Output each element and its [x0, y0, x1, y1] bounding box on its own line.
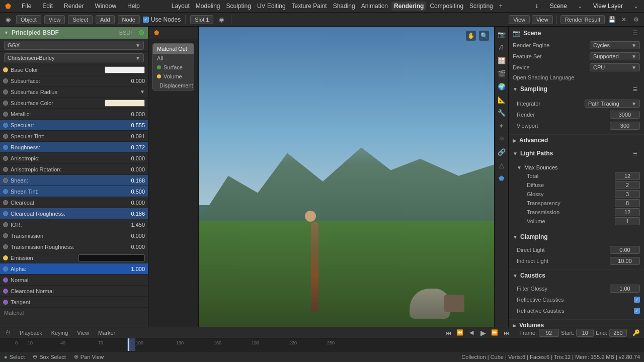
reflective-caustics-checkbox[interactable]: ✓	[634, 297, 640, 303]
prop-specular[interactable]: Specular: 0.555	[0, 120, 148, 131]
bounce-glossy-input[interactable]	[615, 190, 640, 198]
direct-light-input[interactable]	[610, 246, 640, 254]
render-samples-input[interactable]	[610, 111, 640, 119]
anisotropic-rotation-socket[interactable]	[3, 167, 8, 172]
bounce-volume-input[interactable]	[615, 217, 640, 225]
add-menu-btn[interactable]: Add	[96, 15, 115, 24]
distribution-dropdown-icon[interactable]: ▼	[135, 43, 140, 48]
subsurface-radius-dropdown-icon[interactable]: ▼	[140, 89, 145, 95]
emission-socket[interactable]	[3, 255, 8, 260]
normal-socket[interactable]	[3, 278, 8, 283]
workspace-animation[interactable]: Animation	[359, 2, 390, 11]
workspace-shading[interactable]: Shading	[331, 2, 358, 11]
light-paths-header[interactable]: ▼ Light Paths ☰	[509, 146, 644, 160]
play-icon[interactable]: ▶	[478, 328, 488, 338]
menu-render[interactable]: Render	[61, 2, 86, 11]
world-properties-icon[interactable]: 🌍	[496, 81, 507, 92]
node-menu-btn[interactable]: Node	[118, 15, 140, 24]
prop-clearcoat-roughness[interactable]: Clearcoat Roughness: 0.186	[0, 208, 148, 219]
select-menu-btn[interactable]: Select	[68, 15, 93, 24]
scene-properties-icon[interactable]: 🎬	[496, 68, 507, 79]
object-mode-btn[interactable]: Object	[16, 15, 41, 24]
feature-set-select[interactable]: Supported ▼	[590, 52, 640, 60]
prop-roughness[interactable]: Roughness: 0.372	[0, 142, 148, 153]
indirect-light-input[interactable]	[610, 257, 640, 265]
render-settings-icon[interactable]: ⚙	[631, 15, 641, 25]
advanced-section-header[interactable]: ▶ Advanced	[509, 135, 644, 146]
render-result-btn[interactable]: Render Result	[560, 15, 605, 24]
node-editor-icon[interactable]: ⬟	[151, 28, 162, 38]
clearcoat-normal-socket[interactable]	[3, 289, 8, 294]
subsurface-value[interactable]: 0.000	[120, 78, 145, 84]
workspace-sculpting[interactable]: Sculpting	[224, 2, 254, 11]
prop-sheen[interactable]: Sheen: 0.168	[0, 175, 148, 186]
subsurface-color-swatch[interactable]	[105, 100, 145, 107]
metallic-socket[interactable]	[3, 112, 8, 117]
node-type-icon[interactable]: ◉	[3, 15, 13, 25]
current-frame-input[interactable]	[539, 329, 559, 337]
modifier-properties-icon[interactable]: 🔧	[496, 107, 507, 118]
constraints-properties-icon[interactable]: 🔗	[496, 146, 507, 157]
render-engine-select[interactable]: Cycles ▼	[590, 41, 640, 49]
material-browse-icon[interactable]: ◉	[216, 15, 226, 25]
render-properties-icon[interactable]: 📷	[496, 29, 507, 40]
transmission-roughness-socket[interactable]	[3, 244, 8, 249]
device-select[interactable]: CPU ▼	[590, 63, 640, 71]
roughness-socket[interactable]	[3, 145, 8, 150]
object-data-properties-icon[interactable]: △	[496, 159, 507, 170]
timeline-playback-menu[interactable]: Playback	[17, 329, 45, 337]
bounce-total-input[interactable]	[615, 172, 640, 180]
ior-value[interactable]: 1.450	[120, 222, 145, 228]
viewport-hand-icon[interactable]: ✋	[466, 31, 476, 41]
subsurface-method-dropdown-icon[interactable]: ▼	[135, 55, 140, 61]
bounce-diffuse-input[interactable]	[615, 181, 640, 189]
goto-start-icon[interactable]: ⏮	[443, 328, 453, 338]
menu-help[interactable]: Help	[125, 2, 142, 11]
sampling-options-icon[interactable]: ☰	[630, 84, 640, 94]
view-layer-properties-icon[interactable]: 🪟	[496, 55, 507, 66]
viewport-samples-input[interactable]	[610, 122, 640, 130]
workspace-scripting[interactable]: Scripting	[467, 2, 496, 11]
prop-alpha[interactable]: Alpha: 1.000	[0, 263, 148, 275]
filter-glossy-input[interactable]	[610, 285, 640, 293]
transmission-socket[interactable]	[3, 233, 8, 238]
workspace-add[interactable]: +	[497, 2, 505, 11]
clearcoat-value[interactable]: 0.000	[120, 200, 145, 206]
refractive-caustics-checkbox[interactable]: ✓	[634, 308, 640, 314]
physics-properties-icon[interactable]: ⚛	[496, 133, 507, 144]
view-menu-btn[interactable]: View	[44, 15, 65, 24]
transmission-roughness-value[interactable]: 0.000	[120, 244, 145, 250]
menu-window[interactable]: Window	[92, 2, 119, 11]
clamping-header[interactable]: ▼ Clamping	[509, 231, 644, 242]
sheen-tint-socket[interactable]	[3, 189, 8, 194]
specular-tint-value[interactable]: 0.091	[120, 133, 145, 139]
subsurface-color-socket[interactable]	[3, 101, 8, 106]
transmission-value[interactable]: 0.000	[120, 233, 145, 239]
blender-logo-icon[interactable]: ⬟	[3, 1, 13, 11]
metallic-value[interactable]: 0.000	[120, 111, 145, 117]
slot-btn[interactable]: Slot 1	[190, 15, 213, 24]
ior-socket[interactable]	[3, 222, 8, 227]
tangent-socket[interactable]	[3, 300, 8, 305]
bsdf-output-socket[interactable]	[139, 30, 144, 35]
scene-menu-icon[interactable]: ⌄	[575, 1, 585, 11]
base-color-swatch[interactable]	[105, 66, 145, 73]
workspace-rendering[interactable]: Rendering	[391, 2, 426, 11]
material-properties-icon[interactable]: ⬟	[496, 172, 507, 184]
timeline-type-icon[interactable]: ⏱	[3, 328, 13, 338]
integrator-select[interactable]: Path Tracing ▼	[585, 100, 640, 108]
subsurface-radius-socket[interactable]	[3, 89, 8, 95]
node-collapse-icon[interactable]: ▼	[4, 30, 9, 35]
volume-socket[interactable]	[157, 74, 161, 78]
max-bounces-header[interactable]: ▼ Max Bounces	[517, 163, 640, 171]
workspace-uv[interactable]: UV Editing	[255, 2, 288, 11]
timeline-keying-menu[interactable]: Keying	[49, 329, 71, 337]
object-properties-icon[interactable]: 📐	[496, 94, 507, 105]
timeline-view-menu[interactable]: View	[74, 329, 92, 337]
play-back-icon[interactable]: ◀	[466, 328, 476, 338]
workspace-modeling[interactable]: Modeling	[193, 2, 223, 11]
specular-socket[interactable]	[3, 123, 8, 128]
frame-start-input[interactable]	[576, 329, 594, 337]
anisotropic-value[interactable]: 0.000	[120, 155, 145, 161]
goto-end-icon[interactable]: ⏭	[501, 328, 511, 338]
